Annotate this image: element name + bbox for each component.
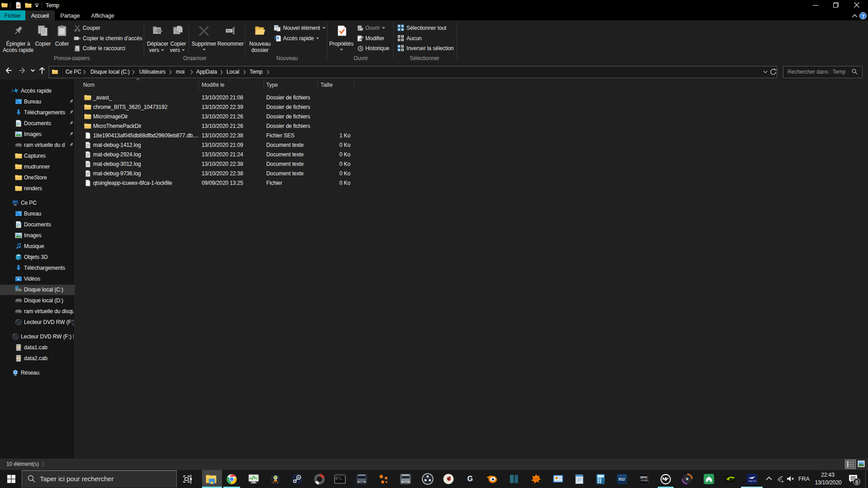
svg-text:RSI: RSI	[618, 477, 625, 482]
svg-text:Flight Sim: Flight Sim	[748, 480, 757, 482]
svg-text:G: G	[467, 475, 473, 483]
svg-text:W...: W...	[75, 37, 79, 40]
svg-text:EPIC: EPIC	[640, 476, 647, 479]
svg-text:GAMES: GAMES	[641, 479, 649, 482]
svg-text:C:\_: C:\_	[335, 477, 342, 480]
